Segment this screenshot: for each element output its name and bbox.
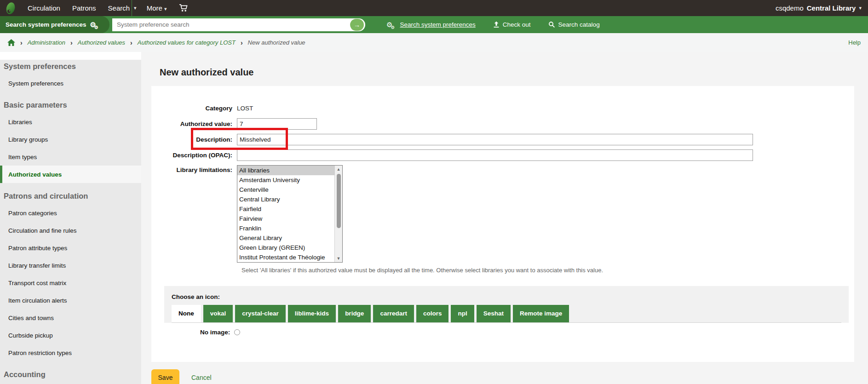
library-limitations-select[interactable]: All libraries Amsterdam University Cente… — [237, 165, 343, 263]
sidebar-item-patron-restriction-types[interactable]: Patron restriction types — [0, 344, 141, 361]
library-option-all[interactable]: All libraries — [237, 166, 342, 175]
main-panel: New authorized value Category LOST Autho… — [141, 52, 868, 384]
koha-logo-icon[interactable] — [4, 1, 17, 15]
authorized-value-label: Authorized value: — [151, 118, 237, 130]
search-pill-label: Search system preferences — [6, 21, 86, 28]
description-input[interactable] — [237, 134, 753, 145]
sidebar-item-library-groups[interactable]: Library groups — [0, 131, 141, 148]
cart-icon[interactable] — [179, 4, 189, 12]
icon-tab-colors[interactable]: colors — [416, 305, 449, 322]
menu-search[interactable]: Search — [108, 4, 130, 12]
authorized-value-input[interactable] — [237, 118, 317, 130]
current-library: Central Library — [807, 4, 856, 12]
menu-circulation[interactable]: Circulation — [28, 4, 60, 12]
logged-in-user[interactable]: csqdemo Central Library ▾ — [776, 4, 862, 12]
library-option[interactable]: Fairfield — [237, 204, 342, 214]
library-option[interactable]: Franklin — [237, 224, 342, 233]
sidebar-item-authorized-values[interactable]: Authorized values — [0, 166, 141, 183]
system-preference-search-input[interactable] — [112, 18, 365, 31]
breadcrumb-authorized-values[interactable]: Authorized values — [78, 39, 125, 46]
category-label: Category — [151, 103, 237, 114]
gears-icon: ⚙⚙ — [90, 21, 100, 28]
breadcrumb-separator-icon: › — [130, 39, 132, 46]
search-submit-button[interactable]: → — [350, 19, 364, 31]
sidebar-item-curbside-pickup[interactable]: Curbside pickup — [0, 327, 141, 344]
sidebar-item-patron-attribute-types[interactable]: Patron attribute types — [0, 239, 141, 257]
top-navbar: Circulation Patrons Search ▾ More ▾ csqd… — [0, 0, 868, 16]
description-opac-label: Description (OPAC): — [151, 149, 237, 161]
icon-tab-carredart[interactable]: carredart — [373, 305, 414, 322]
save-button[interactable]: Save — [151, 369, 179, 384]
breadcrumb-current: New authorized value — [248, 39, 305, 46]
select-scrollbar[interactable]: ▲ ▼ — [334, 166, 342, 262]
description-opac-input[interactable] — [237, 149, 753, 161]
icon-tab-content: No image: — [164, 323, 849, 344]
admin-sidebar: System preferences System preferences Ba… — [0, 52, 141, 384]
library-limitations-label: Library limitations: — [151, 165, 237, 263]
icon-tab-liblime-kids[interactable]: liblime-kids — [288, 305, 336, 322]
menu-more[interactable]: More ▾ — [147, 4, 167, 12]
description-label: Description: — [151, 134, 237, 145]
library-option[interactable]: Amsterdam University — [237, 175, 342, 185]
page-title: New authorized value — [160, 67, 854, 78]
breadcrumb-administration[interactable]: Administration — [28, 39, 65, 46]
description-row: Description: — [151, 134, 854, 145]
gears-icon: ⚙⚙ — [386, 21, 397, 28]
sidebar-item-transport-cost-matrix[interactable]: Transport cost matrix — [0, 274, 141, 292]
more-caret-icon: ▾ — [164, 6, 167, 11]
sidebar-item-circulation-fine-rules[interactable]: Circulation and fine rules — [0, 222, 141, 239]
breadcrumb: › Administration › Authorized values › A… — [0, 33, 868, 52]
sidebar-heading-basic-parameters: Basic parameters — [4, 100, 138, 109]
home-icon[interactable] — [7, 39, 15, 46]
check-out-icon — [493, 21, 500, 28]
sidebar-heading-accounting: Accounting — [4, 370, 138, 379]
sidebar-heading-system-preferences: System preferences — [4, 62, 138, 71]
menu-patrons[interactable]: Patrons — [72, 4, 96, 12]
sidebar-heading-patrons-circulation: Patrons and circulation — [4, 191, 138, 201]
sidebar-item-item-circulation-alerts[interactable]: Item circulation alerts — [0, 292, 141, 309]
icon-tab-remote-image[interactable]: Remote image — [513, 305, 569, 322]
icon-tabs: None vokal crystal-clear liblime-kids br… — [172, 305, 841, 323]
sidebar-item-library-transfer-limits[interactable]: Library transfer limits — [0, 257, 141, 274]
sidebar-item-item-types[interactable]: Item types — [0, 148, 141, 166]
form-actions: Save Cancel — [151, 369, 854, 384]
more-menu-wrap: More ▾ — [147, 4, 167, 12]
top-menu: Circulation Patrons Search — [28, 4, 130, 12]
library-option[interactable]: Institut Protestant de Théologie — [237, 252, 342, 262]
library-option[interactable]: Centerville — [237, 185, 342, 195]
search-bar-links: ⚙⚙ Search system preferences Check out S… — [386, 21, 600, 28]
icon-tab-crystal-clear[interactable]: crystal-clear — [235, 305, 286, 322]
icon-tab-none[interactable]: None — [172, 305, 201, 322]
search-dropdown-caret-icon[interactable]: ▾ — [134, 5, 137, 11]
library-option[interactable]: Central Library — [237, 195, 342, 204]
icon-tab-vokal[interactable]: vokal — [203, 305, 233, 322]
scroll-down-icon[interactable]: ▼ — [335, 255, 342, 262]
scroll-up-icon[interactable]: ▲ — [335, 166, 342, 173]
icon-tab-bridge[interactable]: bridge — [338, 305, 371, 322]
search-input-group: → — [112, 18, 365, 31]
authorized-value-row: Authorized value: — [151, 118, 854, 130]
link-search-catalog[interactable]: Search catalog — [548, 21, 600, 28]
help-link[interactable]: Help — [848, 39, 861, 46]
link-search-system-preferences[interactable]: ⚙⚙ Search system preferences — [386, 21, 476, 28]
no-image-radio[interactable] — [234, 329, 240, 335]
category-row: Category LOST — [151, 103, 854, 114]
icon-tab-npl[interactable]: npl — [451, 305, 474, 322]
breadcrumb-category-lost[interactable]: Authorized values for category LOST — [138, 39, 236, 46]
search-type-pill: Search system preferences ⚙⚙ — [0, 16, 109, 33]
icon-tab-seshat[interactable]: Seshat — [477, 305, 511, 322]
library-option[interactable]: Fairview — [237, 214, 342, 224]
cancel-link[interactable]: Cancel — [191, 374, 212, 381]
description-opac-row: Description (OPAC): — [151, 149, 854, 161]
sidebar-item-cities-and-towns[interactable]: Cities and towns — [0, 309, 141, 327]
breadcrumb-separator-icon: › — [20, 39, 23, 46]
scrollbar-thumb[interactable] — [337, 174, 341, 228]
sidebar-item-patron-categories[interactable]: Patron categories — [0, 204, 141, 222]
library-option[interactable]: Green Library (GREEN) — [237, 243, 342, 252]
library-option[interactable]: General Library — [237, 233, 342, 243]
sidebar-item-libraries[interactable]: Libraries — [0, 113, 141, 131]
sidebar-item-system-preferences[interactable]: System preferences — [0, 75, 141, 92]
user-caret-icon: ▾ — [859, 5, 862, 11]
library-limitations-row: Library limitations: All libraries Amste… — [151, 165, 854, 263]
link-check-out[interactable]: Check out — [493, 21, 531, 28]
